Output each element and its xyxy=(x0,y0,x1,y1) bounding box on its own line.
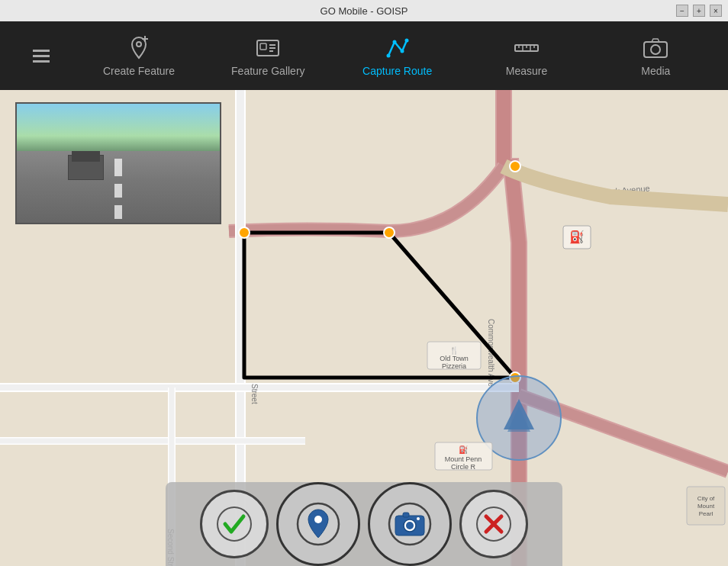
camera-snap-icon xyxy=(388,502,432,546)
create-feature-label: Create Feature xyxy=(103,65,175,77)
svg-text:Old Town: Old Town xyxy=(440,355,468,362)
maximize-button[interactable]: + xyxy=(693,5,705,17)
svg-point-8 xyxy=(386,54,390,58)
checkmark-icon xyxy=(216,506,253,542)
svg-rect-53 xyxy=(403,513,409,517)
svg-point-27 xyxy=(510,161,520,172)
svg-text:City of: City of xyxy=(697,495,715,502)
feature-gallery-label: Feature Gallery xyxy=(231,65,304,77)
window-title: GO Mobile - GOISP xyxy=(321,5,408,17)
svg-point-52 xyxy=(406,522,414,529)
camera-preview-inner xyxy=(17,104,220,223)
svg-point-10 xyxy=(400,50,404,53)
camera-preview xyxy=(15,102,221,224)
svg-point-46 xyxy=(217,507,251,541)
svg-text:Circle R: Circle R xyxy=(451,463,476,471)
confirm-button[interactable] xyxy=(200,490,269,558)
close-button[interactable]: × xyxy=(710,5,722,17)
svg-point-48 xyxy=(314,516,322,523)
svg-point-9 xyxy=(392,40,396,44)
route-icon xyxy=(384,34,411,62)
minimize-button[interactable]: − xyxy=(676,5,688,17)
cancel-icon xyxy=(475,506,512,542)
toolbar-item-feature-gallery[interactable]: Feature Gallery xyxy=(222,28,314,83)
pin-add-icon xyxy=(125,34,153,62)
svg-text:Street: Street xyxy=(250,384,259,404)
menu-button[interactable] xyxy=(27,43,56,69)
location-pin-icon xyxy=(296,502,340,546)
svg-point-19 xyxy=(651,45,660,54)
measure-label: Measure xyxy=(506,65,547,77)
svg-text:Mount: Mount xyxy=(697,503,715,510)
svg-rect-4 xyxy=(260,43,266,50)
toolbar-item-create-feature[interactable]: Create Feature xyxy=(93,28,185,83)
toolbar-item-capture-route[interactable]: Capture Route xyxy=(352,28,443,83)
svg-point-26 xyxy=(384,227,395,238)
toolbar: Create Feature Feature Gallery Capture R… xyxy=(0,21,728,90)
capture-route-label: Capture Route xyxy=(362,65,432,77)
svg-point-25 xyxy=(239,227,250,238)
svg-text:Pizzeria: Pizzeria xyxy=(442,362,466,370)
cancel-button[interactable] xyxy=(459,490,528,558)
svg-text:⛽: ⛽ xyxy=(459,445,469,455)
measure-icon xyxy=(513,34,540,62)
svg-text:⛽: ⛽ xyxy=(569,230,585,244)
svg-point-0 xyxy=(137,42,141,47)
media-label: Media xyxy=(641,65,670,77)
svg-point-11 xyxy=(404,39,408,43)
svg-text:Pearl: Pearl xyxy=(699,510,714,517)
gallery-icon xyxy=(254,34,282,62)
action-buttons xyxy=(166,482,562,566)
location-pin-button[interactable] xyxy=(276,482,360,566)
toolbar-item-media[interactable]: Media xyxy=(610,28,701,83)
window-controls[interactable]: − + × xyxy=(676,5,722,17)
camera-capture-button[interactable] xyxy=(368,482,452,566)
map-area[interactable]: Park Avenue Commonwealth Ave Second Stre… xyxy=(0,90,728,566)
svg-point-54 xyxy=(417,517,420,520)
toolbar-item-measure[interactable]: Measure xyxy=(481,28,572,83)
svg-text:Mount Penn: Mount Penn xyxy=(445,455,482,463)
media-camera-icon xyxy=(642,34,669,62)
title-bar: GO Mobile - GOISP − + × xyxy=(0,0,728,21)
